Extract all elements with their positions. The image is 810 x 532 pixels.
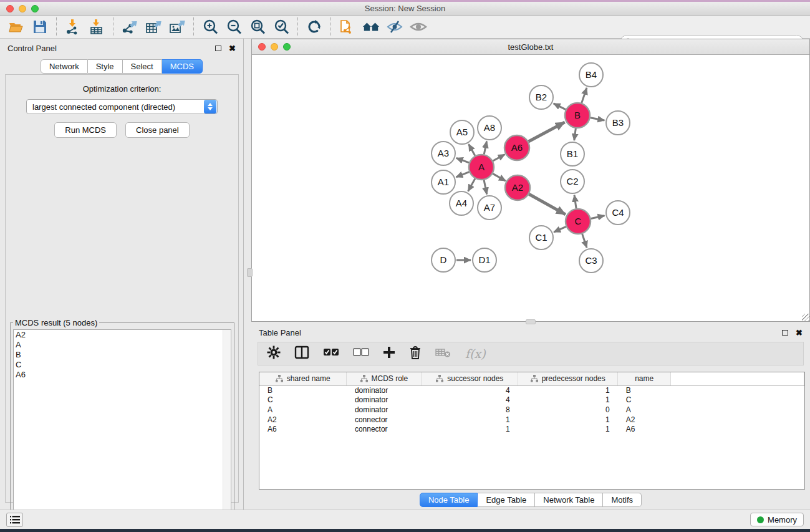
refresh-layout-icon[interactable] — [306, 18, 323, 36]
result-item[interactable]: A — [14, 340, 231, 350]
graph-edge-A-A7[interactable] — [484, 180, 487, 195]
minimize-window-icon[interactable] — [19, 5, 26, 12]
column-header-name[interactable]: name — [618, 372, 671, 385]
tab-mcds[interactable]: MCDS — [162, 59, 203, 74]
graph-node-A5[interactable]: A5 — [450, 120, 474, 144]
graph-edge-B-B2[interactable] — [554, 104, 566, 110]
column-header-mcds-role[interactable]: MCDS role — [347, 372, 422, 385]
zoom-selected-icon[interactable] — [272, 18, 290, 36]
graph-node-B4[interactable]: B4 — [579, 63, 603, 87]
delete-column-trash-icon[interactable] — [409, 346, 422, 362]
memory-button[interactable]: Memory — [750, 513, 804, 526]
graph-node-C4[interactable]: C4 — [606, 201, 630, 225]
graph-node-D[interactable]: D — [432, 248, 455, 272]
graph-node-A4[interactable]: A4 — [450, 191, 473, 215]
table-settings-gear-icon[interactable] — [267, 346, 281, 362]
graph-edge-A-A8[interactable] — [484, 142, 486, 155]
table-row[interactable]: A2connector11A2 — [259, 415, 804, 425]
tab-select[interactable]: Select — [123, 59, 162, 74]
graph-node-B[interactable]: B — [565, 103, 590, 128]
graph-node-A7[interactable]: A7 — [478, 196, 501, 220]
close-window-icon[interactable] — [6, 5, 14, 12]
network-maximize-icon[interactable] — [283, 43, 291, 51]
result-item[interactable]: A2 — [14, 330, 231, 340]
graph-node-A8[interactable]: A8 — [478, 116, 501, 140]
graph-node-B3[interactable]: B3 — [606, 111, 630, 135]
export-image-icon[interactable] — [168, 18, 186, 36]
graph-node-A3[interactable]: A3 — [432, 142, 455, 165]
graph-edge-C-C1[interactable] — [554, 226, 566, 232]
function-builder-icon[interactable]: f(x) — [465, 347, 486, 360]
graph-edge-C-C2[interactable] — [574, 195, 576, 208]
graph-node-B2[interactable]: B2 — [529, 85, 553, 109]
graph-edge-B-B3[interactable] — [591, 118, 605, 120]
network-minimize-icon[interactable] — [271, 43, 278, 51]
graph-edge-A-A1[interactable] — [456, 172, 469, 177]
window-splitter-handle[interactable] — [526, 319, 536, 324]
graph-edge-C-C3[interactable] — [582, 234, 587, 248]
graph-node-A2[interactable]: A2 — [505, 175, 530, 200]
network-close-icon[interactable] — [258, 43, 266, 51]
import-network-icon[interactable] — [64, 18, 82, 36]
table-row[interactable]: A6connector11A6 — [259, 424, 804, 434]
close-panel-icon[interactable]: ✖ — [229, 44, 236, 52]
panel-splitter-handle[interactable] — [247, 268, 253, 277]
zoom-fit-icon[interactable] — [249, 18, 266, 36]
graph-node-C[interactable]: C — [566, 209, 591, 234]
result-item[interactable]: A6 — [14, 370, 231, 380]
graph-edge-A-A5[interactable] — [469, 144, 475, 155]
table-row[interactable]: Bdominator41B — [259, 385, 804, 395]
float-panel-icon[interactable] — [215, 46, 221, 51]
tab-style[interactable]: Style — [88, 59, 123, 74]
table-row[interactable]: Adominator80A — [259, 405, 804, 415]
network-canvas[interactable]: B4B2BB3A8A5A6A3B1AA1C2A2A4A7C4CC1C3DD1 — [252, 55, 809, 321]
tab-edge-table[interactable]: Edge Table — [478, 493, 535, 507]
network-graph[interactable]: B4B2BB3A8A5A6A3B1AA1C2A2A4A7C4CC1C3DD1 — [252, 55, 809, 321]
clone-network-icon[interactable] — [339, 18, 356, 36]
export-network-icon[interactable] — [121, 18, 138, 36]
result-scrollbar[interactable] — [223, 330, 231, 532]
graph-edge-B-B1[interactable] — [574, 128, 576, 140]
graph-edge-B-B4[interactable] — [582, 88, 587, 103]
result-item[interactable]: B — [14, 350, 231, 360]
main-titlebar[interactable]: Session: New Session — [0, 2, 810, 16]
graph-edge-A-A2[interactable] — [493, 173, 506, 181]
home-icon[interactable] — [362, 18, 380, 36]
table-close-icon[interactable]: ✖ — [796, 329, 803, 337]
optimization-criterion-select[interactable]: largest connected component (directed) — [26, 99, 218, 114]
task-history-button[interactable] — [6, 513, 23, 527]
resize-grip-icon[interactable] — [802, 314, 809, 321]
result-item[interactable]: C — [14, 360, 231, 370]
deselect-all-columns-icon[interactable] — [353, 348, 369, 359]
graph-edge-A-A3[interactable] — [456, 158, 470, 162]
run-mcds-button[interactable]: Run MCDS — [54, 122, 117, 138]
graph-node-C1[interactable]: C1 — [529, 226, 553, 249]
tab-node-table[interactable]: Node Table — [420, 493, 478, 507]
tab-motifs[interactable]: Motifs — [603, 493, 642, 507]
zoom-in-icon[interactable] — [201, 18, 219, 36]
graph-node-D1[interactable]: D1 — [473, 248, 496, 272]
mcds-result-list[interactable]: A2 A B C A6 — [13, 329, 231, 532]
graph-edge-A-A4[interactable] — [468, 178, 475, 191]
import-table-icon[interactable] — [88, 18, 105, 36]
close-panel-button[interactable]: Close panel — [125, 122, 190, 138]
graph-edge-A2-C[interactable] — [529, 194, 566, 215]
show-details-eye-icon[interactable] — [410, 18, 427, 36]
column-header-shared-name[interactable]: shared name — [259, 372, 347, 385]
export-table-icon[interactable] — [145, 18, 162, 36]
fullscreen-window-icon[interactable] — [31, 5, 39, 12]
graph-node-A6[interactable]: A6 — [504, 135, 529, 160]
hide-details-eye-slash-icon[interactable] — [386, 18, 403, 36]
graph-node-A1[interactable]: A1 — [432, 170, 455, 194]
tab-network-table[interactable]: Network Table — [535, 493, 603, 507]
graph-node-C3[interactable]: C3 — [579, 249, 603, 273]
open-file-icon[interactable] — [7, 18, 25, 36]
delete-table-icon[interactable] — [435, 347, 451, 360]
network-window-titlebar[interactable]: testGlobe.txt — [252, 39, 809, 55]
graph-edge-A-A6[interactable] — [493, 155, 504, 161]
zoom-out-icon[interactable] — [225, 18, 243, 36]
table-float-icon[interactable] — [782, 330, 788, 336]
graph-node-C2[interactable]: C2 — [561, 170, 584, 193]
graph-edge-A6-B[interactable] — [529, 122, 565, 142]
column-header-successor-nodes[interactable]: successor nodes — [422, 372, 518, 385]
